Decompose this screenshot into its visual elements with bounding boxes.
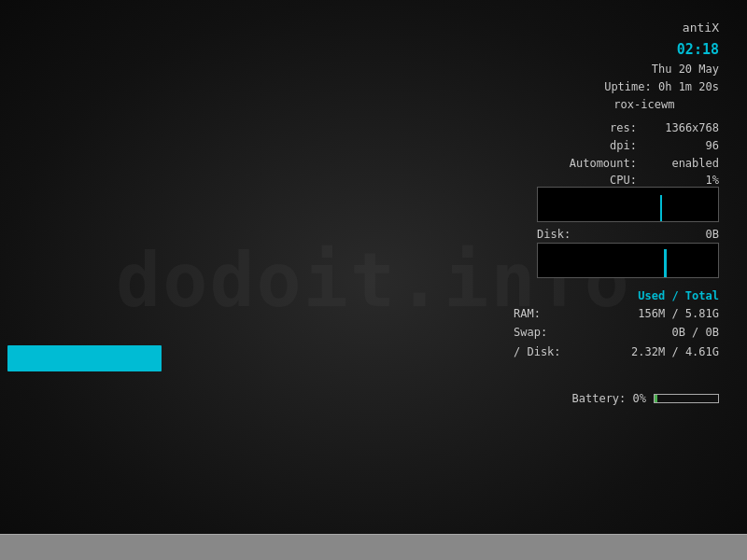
taskbar[interactable] [0,534,747,560]
used-total-header: Used / Total [638,289,719,302]
disk-label: Disk: [537,228,571,241]
disk-spike [664,249,667,277]
disk-label-row: Disk: 0B [537,228,719,241]
disk-value: 0B [706,228,719,241]
cpu-spike [660,195,662,221]
disk-graph [537,243,719,278]
battery-label: Battery: 0% [572,392,646,405]
ram-value: 156M / 5.81G [638,304,719,323]
automount-label: Automount: [570,155,637,173]
window-manager: rox-icewm [570,96,719,114]
disk-stat-label: / Disk: [514,343,561,361]
battery-bar-outer [654,394,719,403]
stats-table: Used / Total RAM: 156M / 5.81G Swap: 0B … [514,289,719,361]
system-time: 02:18 [570,38,719,61]
disk-stat-value: 2.32M / 4.61G [631,343,719,361]
swap-label: Swap: [514,323,547,342]
cpu-graph [537,187,719,222]
ram-label: RAM: [514,304,541,323]
disk-stat-row: / Disk: 2.32M / 4.61G [514,343,719,361]
info-panel: antiX 02:18 Thu 20 May Uptime: 0h 1m 20s… [570,19,719,206]
res-label: res: [610,119,637,137]
dpi-value: 96 [644,137,719,155]
screen: dodoit.info antiX 02:18 Thu 20 May Uptim… [0,0,747,560]
cpu-graph-container: Disk: 0B [537,187,719,278]
battery-bar-inner [655,395,657,402]
ram-row: RAM: 156M / 5.81G [514,304,719,323]
dpi-label: dpi: [610,137,637,155]
cyan-bar [7,345,162,371]
app-name: antiX [570,19,719,38]
stats-header: Used / Total [514,289,719,302]
automount-value: enabled [644,155,719,173]
system-date: Thu 20 May [570,61,719,78]
swap-value: 0B / 0B [671,323,719,342]
battery-row: Battery: 0% [572,392,719,405]
res-value: 1366x768 [644,119,719,137]
swap-row: Swap: 0B / 0B [514,323,719,342]
system-uptime: Uptime: 0h 1m 20s [570,78,719,96]
